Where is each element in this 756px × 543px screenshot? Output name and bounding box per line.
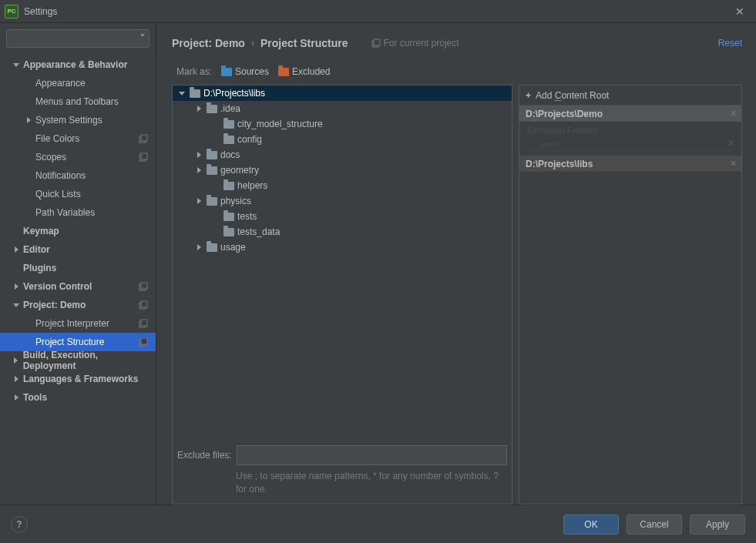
tree-row[interactable]: tests_data [173, 224, 512, 240]
breadcrumb: Project: Demo › Project Structure For cu… [172, 32, 742, 54]
tree-row[interactable]: city_model_structure [173, 116, 512, 132]
nav-item-scopes[interactable]: Scopes [0, 148, 156, 166]
folder-icon [207, 197, 217, 206]
tree-expand-right-icon[interactable] [194, 198, 203, 204]
nav-label: File Colors [35, 133, 79, 144]
nav-label: Editor [23, 244, 50, 255]
nav-item-editor[interactable]: Editor [0, 240, 156, 259]
project-scope-icon [139, 153, 150, 162]
content-roots-list: D:\Projects\Demo✕Excluded Foldersvenv✕D:… [519, 106, 741, 173]
add-content-root-button[interactable]: + Add Content Root [519, 85, 741, 106]
remove-excluded-icon[interactable]: ✕ [727, 138, 735, 149]
help-button[interactable]: ? [11, 516, 28, 533]
stack-icon [371, 39, 381, 48]
cancel-button[interactable]: Cancel [627, 515, 682, 535]
nav-item-appearance-behavior[interactable]: Appearance & Behavior [0, 55, 156, 74]
tree-row[interactable]: usage [173, 240, 512, 255]
tree-expand-right-icon[interactable] [194, 244, 203, 250]
breadcrumb-page: Project Structure [260, 37, 348, 49]
mark-as-row: Mark as: Sources Excluded [172, 60, 742, 83]
excluded-folder-item[interactable]: venv✕ [530, 138, 734, 151]
nav-label: Menus and Toolbars [35, 96, 119, 107]
nav-label: Build, Execution, Deployment [23, 350, 150, 371]
tree-expand-right-icon[interactable] [194, 106, 203, 112]
folder-excluded-icon [278, 68, 289, 76]
tree-label: geometry [220, 165, 259, 176]
nav-label: System Settings [35, 115, 102, 126]
search-history-chevron-icon[interactable] [140, 34, 145, 37]
svg-rect-13 [374, 39, 380, 45]
tree-label: helpers [237, 180, 267, 191]
tree-row[interactable]: helpers [173, 178, 512, 193]
nav-label: Appearance [35, 78, 86, 89]
tree-expand-right-icon[interactable] [194, 167, 203, 173]
nav-item-version-control[interactable]: Version Control [0, 277, 156, 296]
chevron-right-icon [12, 246, 20, 253]
chevron-right-icon [12, 376, 20, 382]
tree-row[interactable]: .idea [173, 101, 512, 116]
tree-row[interactable]: config [173, 132, 512, 147]
project-scope-icon [139, 282, 150, 291]
search-input[interactable] [6, 29, 150, 48]
nav-label: Project Structure [35, 337, 104, 347]
reset-link[interactable]: Reset [718, 38, 742, 49]
excluded-folders-header: Excluded Folders [519, 122, 741, 138]
nav-item-languages-frameworks[interactable]: Languages & Frameworks [0, 370, 156, 388]
tree-row[interactable]: tests [173, 209, 512, 224]
nav-item-file-colors[interactable]: File Colors [0, 129, 156, 148]
ok-button[interactable]: OK [563, 515, 619, 535]
tree-row[interactable]: docs [173, 147, 512, 163]
project-scope-icon [139, 319, 150, 328]
tree-expand-down-icon[interactable] [177, 92, 186, 96]
tree-label: D:\Projects\libs [203, 88, 265, 99]
tree-row[interactable]: physics [173, 193, 512, 209]
mark-sources-button[interactable]: Sources [221, 66, 269, 77]
nav-label: Tools [23, 392, 47, 403]
tree-panel: D:\Projects\libs.ideacity_model_structur… [172, 85, 512, 504]
apply-button[interactable]: Apply [690, 515, 745, 535]
sidebar: 🔍 Appearance & BehaviorAppearanceMenus a… [0, 23, 156, 504]
current-project-hint-text: For current project [384, 38, 459, 49]
nav-item-menus-and-toolbars[interactable]: Menus and Toolbars [0, 92, 156, 111]
folder-icon [207, 105, 217, 113]
chevron-right-icon [12, 283, 20, 290]
nav-item-plugins[interactable]: Plugins [0, 259, 156, 277]
folder-tree[interactable]: D:\Projects\libs.ideacity_model_structur… [173, 85, 512, 437]
nav-item-path-variables[interactable]: Path Variables [0, 203, 156, 222]
nav-item-appearance[interactable]: Appearance [0, 74, 156, 92]
nav-item-system-settings[interactable]: System Settings [0, 111, 156, 129]
folder-icon [190, 89, 200, 98]
add-content-root-label: Add Content Root [536, 90, 609, 101]
tree-expand-right-icon[interactable] [194, 152, 203, 158]
folder-icon [223, 120, 234, 129]
nav-item-tools[interactable]: Tools [0, 388, 156, 407]
nav-item-notifications[interactable]: Notifications [0, 166, 156, 185]
content: Project: Demo › Project Structure For cu… [156, 23, 756, 504]
nav-item-quick-lists[interactable]: Quick Lists [0, 185, 156, 203]
content-root-item[interactable]: D:\Projects\libs✕ [519, 156, 741, 173]
content-root-item[interactable]: D:\Projects\Demo✕ [519, 106, 741, 122]
svg-rect-9 [141, 320, 147, 326]
chevron-right-icon [12, 394, 20, 401]
remove-root-icon[interactable]: ✕ [730, 109, 737, 119]
footer: ? OK Cancel Apply [0, 504, 756, 543]
mark-excluded-button[interactable]: Excluded [278, 66, 330, 77]
mark-excluded-label: Excluded [292, 66, 330, 77]
nav-item-project-demo[interactable]: Project: Demo [0, 296, 156, 314]
project-scope-icon [139, 337, 150, 347]
nav-label: Keymap [23, 226, 59, 236]
search-wrap: 🔍 [0, 23, 156, 54]
tree-row[interactable]: D:\Projects\libs [173, 85, 512, 101]
nav-item-build-execution-deployment[interactable]: Build, Execution, Deployment [0, 351, 156, 370]
exclude-input[interactable] [237, 445, 507, 465]
tree-row[interactable]: geometry [173, 163, 512, 178]
close-button[interactable]: ✕ [728, 5, 751, 18]
tree-label: config [237, 134, 262, 145]
nav-item-keymap[interactable]: Keymap [0, 222, 156, 240]
remove-root-icon[interactable]: ✕ [730, 159, 737, 169]
nav-item-project-structure[interactable]: Project Structure [0, 333, 156, 351]
chevron-right-icon [25, 117, 32, 123]
window-title: Settings [24, 6, 728, 17]
nav-item-project-interpreter[interactable]: Project Interpreter [0, 314, 156, 333]
nav-label: Notifications [35, 170, 86, 181]
